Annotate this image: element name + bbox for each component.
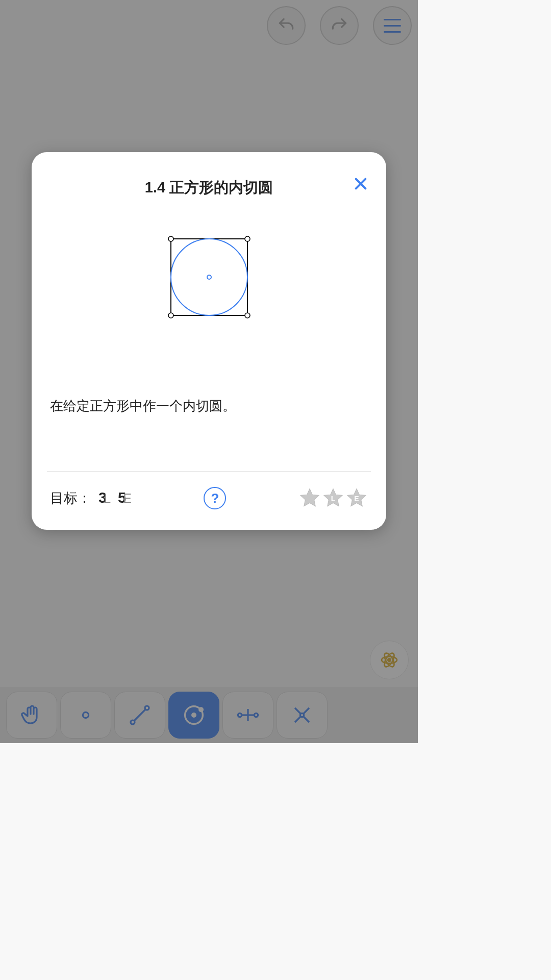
goal-block: 目标： 3L 5E (50, 489, 132, 507)
help-icon: ? (211, 491, 219, 506)
svg-point-21 (171, 239, 247, 315)
divider (47, 471, 371, 472)
diagram-preview (47, 234, 371, 321)
modal-title: 1.4 正方形的内切圆 (47, 178, 371, 198)
modal-footer: 目标： 3L 5E ? L E (47, 487, 371, 514)
svg-point-26 (245, 313, 250, 318)
svg-point-25 (168, 313, 173, 318)
svg-point-24 (245, 236, 250, 241)
level-modal: 1.4 正方形的内切圆 在给定正方形中作一个内切圆。 目标： 3L 5E ? (32, 152, 386, 530)
svg-point-22 (207, 275, 211, 279)
goal-l-unit: L (104, 491, 111, 505)
stars-block: L E (298, 487, 368, 509)
help-button[interactable]: ? (204, 487, 226, 509)
inscribed-circle-diagram (166, 234, 253, 321)
star-3-label: E (354, 495, 359, 503)
star-1 (298, 487, 321, 509)
svg-point-23 (168, 236, 173, 241)
close-button[interactable] (349, 173, 372, 195)
star-2-label: L (331, 495, 336, 503)
star-icon (298, 487, 321, 509)
goal-e-unit: E (123, 491, 132, 505)
goal-label: 目标： (50, 489, 91, 507)
star-3: E (345, 487, 368, 509)
instruction-text: 在给定正方形中作一个内切圆。 (50, 397, 371, 415)
star-2: L (322, 487, 344, 509)
close-icon (353, 176, 369, 192)
